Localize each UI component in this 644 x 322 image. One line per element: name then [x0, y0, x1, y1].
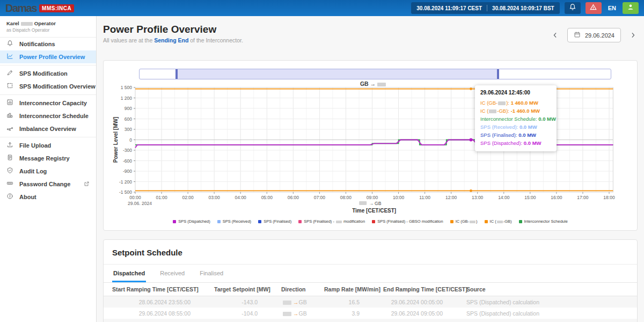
balance-icon	[6, 124, 13, 134]
svg-text:600: 600	[125, 116, 132, 122]
table-row[interactable]: 29.06.2024 09:55:000.010.429.06.2024 10:…	[104, 319, 637, 322]
direction-arrow-icon: →	[293, 299, 299, 305]
legend-swatch	[298, 220, 302, 223]
svg-text:1 500: 1 500	[121, 85, 133, 90]
sidebar-item-label: Audit Log	[19, 168, 47, 174]
notifications-bell-button[interactable]	[565, 2, 581, 14]
svg-text:Power Level [MW]: Power Level [MW]	[113, 117, 119, 163]
alerts-button[interactable]	[586, 2, 602, 14]
sidebar-item-password-change[interactable]: Password Change	[0, 178, 96, 191]
logo-mms-inca-badge: MMS:INCA	[39, 4, 74, 12]
legend-item: Interconnector Schedule	[519, 219, 568, 224]
tooltip-row: IC (GB-): 1 460.0 MW	[480, 99, 551, 107]
schedule-column-header: Target Setpoint [MW]	[206, 286, 273, 292]
power-profile-chart-card: GB → -1 500-1 200-900-600-30003006009001…	[103, 60, 638, 231]
date-navigation: 29.06.2024	[552, 28, 638, 42]
schedule-column-header: Ramp Rate [MW/min]	[316, 286, 375, 292]
app-logo[interactable]: Damas MMS:INCA	[5, 2, 74, 14]
svg-text:12:00: 12:00	[445, 195, 457, 200]
date-picker[interactable]: 29.06.2024	[567, 28, 621, 42]
chart-range-slider[interactable]	[139, 69, 611, 79]
svg-text:14:00: 14:00	[498, 195, 510, 200]
svg-text:0: 0	[129, 137, 132, 143]
sidebar-item-interconnector-schedule[interactable]: Interconnector Schedule	[0, 109, 96, 122]
cell-start-time: 29.06.2024 08:55:00	[104, 310, 206, 317]
redacted-user-name	[21, 22, 33, 26]
table-row[interactable]: 29.06.2024 08:55:00-104.0→GB3.929.06.202…	[104, 308, 637, 319]
user-icon	[627, 3, 634, 13]
external-link-icon	[84, 179, 90, 189]
bell-icon	[569, 3, 576, 13]
tooltip-value: 0.0 MW	[524, 140, 541, 146]
legend-item: IC (GB-)	[450, 219, 478, 224]
redacted-text	[283, 301, 291, 305]
tab-received[interactable]: Received	[159, 265, 186, 282]
sidebar-item-imbalance-overview[interactable]: Imbalance Overview	[0, 122, 96, 135]
sidebar-item-notifications[interactable]: Notifications	[0, 38, 96, 50]
tab-finalised[interactable]: Finalised	[199, 265, 224, 282]
sidebar-divider	[0, 137, 96, 137]
shield-check-icon	[6, 166, 13, 176]
user-menu-button[interactable]	[623, 2, 639, 14]
svg-text:06:00: 06:00	[288, 195, 299, 200]
previous-day-button[interactable]	[552, 32, 559, 39]
cell-end-time: 29.06.2024 09:05:00	[375, 310, 458, 317]
table-row[interactable]: 28.06.2024 23:55:00-143.0→GB16.529.06.20…	[104, 296, 637, 308]
next-day-button[interactable]	[630, 32, 636, 39]
setpoint-schedule-title: Setpoint Schedule	[104, 240, 637, 265]
sidebar-item-about[interactable]: About	[0, 191, 96, 203]
direction-arrow-icon: →	[293, 310, 299, 317]
tooltip-rows: IC (GB-): 1 460.0 MWIC (-GB): -1 460.0 M…	[480, 99, 551, 147]
calendar-icon	[574, 31, 581, 39]
cell-source: SPS (Dispatched) calculation	[458, 310, 637, 317]
tooltip-timestamp: 29.06.2024 12:45:00	[480, 90, 551, 96]
svg-text:18:00: 18:00	[603, 195, 615, 200]
sidebar-nav: NotificationsPower Profile OverviewSPS M…	[0, 38, 96, 203]
legend-swatch	[217, 220, 221, 223]
clock-display: 30.08.2024 11:09:17 CEST 30.08.2024 10:0…	[411, 2, 559, 14]
svg-text:1 200: 1 200	[121, 96, 133, 101]
bar-chart-box-icon	[6, 98, 13, 108]
sidebar-item-label: Notifications	[19, 41, 55, 47]
svg-text:11:00: 11:00	[419, 195, 430, 200]
sidebar-item-file-upload[interactable]: File Upload	[0, 139, 96, 152]
chart-tooltip: 29.06.2024 12:45:00 IC (GB-): 1 460.0 MW…	[475, 85, 557, 151]
password-icon	[6, 179, 13, 189]
sidebar-item-power-profile-overview[interactable]: Power Profile Overview	[0, 50, 96, 63]
sidebar-item-sps-modification[interactable]: SPS Modification	[0, 67, 96, 80]
sidebar-item-label: SPS Modification Overview	[19, 83, 96, 90]
legend-item: SPS (Finalised)	[258, 219, 291, 224]
document-icon	[6, 153, 13, 163]
sidebar-item-sps-modification-overview[interactable]: SPS Modification Overview	[0, 80, 96, 93]
sidebar-item-interconnector-capacity[interactable]: Interconnector Capacity	[0, 97, 96, 109]
sidebar-divider	[0, 65, 96, 65]
clock-cest: 30.08.2024 11:09:17 CEST	[416, 5, 482, 11]
redacted-text	[498, 101, 506, 105]
tooltip-row: Interconnector Schedule: 0.0 MW	[480, 115, 551, 123]
svg-text:05:00: 05:00	[261, 195, 273, 200]
schedule-column-header: Start Ramping Time [CET/CEST]	[104, 286, 206, 292]
cell-ramp-rate: 3.9	[316, 310, 375, 317]
logo-damas-text: Damas	[5, 2, 36, 14]
bar-chart-icon	[6, 111, 13, 121]
legend-item: IC (-GB)	[485, 219, 512, 224]
sidebar-item-message-registry[interactable]: Message Registry	[0, 152, 96, 165]
svg-text:03:00: 03:00	[209, 195, 221, 200]
schedule-table-header: Start Ramping Time [CET/CEST]Target Setp…	[104, 283, 637, 296]
sidebar-item-label: Power Profile Overview	[19, 54, 85, 60]
app-header: Damas MMS:INCA 30.08.2024 11:09:17 CEST …	[0, 0, 644, 16]
svg-text:-1 500: -1 500	[119, 189, 132, 195]
schedule-column-header: Direction	[273, 286, 316, 292]
clock-bst: 30.08.2024 10:09:17 BST	[492, 5, 554, 11]
sending-end-link: Sending End	[154, 37, 188, 43]
svg-text:02:00: 02:00	[182, 195, 194, 200]
svg-text:Time [CET/CEST]: Time [CET/CEST]	[352, 208, 396, 214]
sidebar-item-audit-log[interactable]: Audit Log	[0, 165, 96, 178]
chart-range-selection[interactable]	[175, 69, 499, 79]
warning-icon	[589, 3, 597, 13]
tab-dispatched[interactable]: Dispatched	[112, 265, 146, 282]
redacted-text	[489, 109, 496, 113]
language-selector[interactable]: EN	[606, 5, 618, 11]
user-role: as Dispatch Operator	[6, 27, 90, 33]
legend-item: SPS (Finalised) - modification	[298, 219, 365, 224]
